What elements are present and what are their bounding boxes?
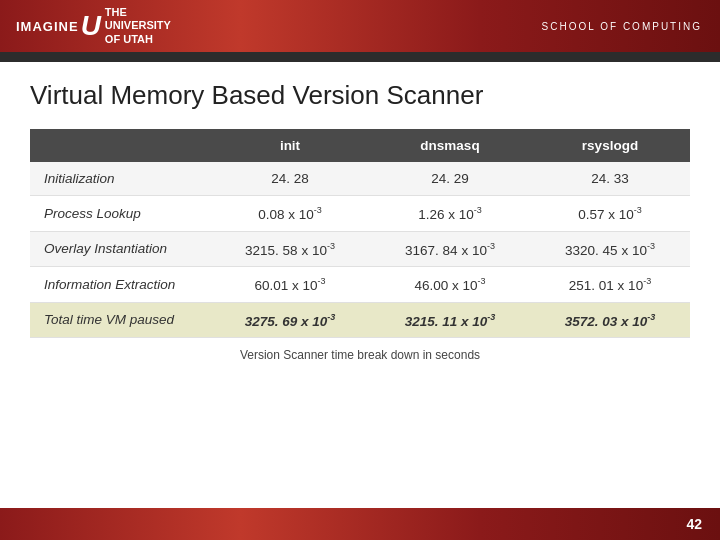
- row-label-total: Total time VM paused: [30, 302, 210, 338]
- table-row: Overlay Instantiation 3215. 58 x 10-3 31…: [30, 231, 690, 267]
- row-cell: 24. 33: [530, 162, 690, 196]
- table-row: Information Extraction 60.01 x 10-3 46.0…: [30, 267, 690, 303]
- row-label: Overlay Instantiation: [30, 231, 210, 267]
- row-cell: 1.26 x 10-3: [370, 196, 530, 232]
- row-label: Information Extraction: [30, 267, 210, 303]
- col-header-empty: [30, 129, 210, 162]
- page-number: 42: [686, 516, 702, 532]
- col-header-init: init: [210, 129, 370, 162]
- logo-area: IMAGINE U THEUNIVERSITYOF UTAH: [16, 6, 171, 46]
- table-row: Initialization 24. 28 24. 29 24. 33: [30, 162, 690, 196]
- bottom-bar: 42: [0, 508, 720, 540]
- table-row: Process Lookup 0.08 x 10-3 1.26 x 10-3 0…: [30, 196, 690, 232]
- logo-imagine: IMAGINE: [16, 19, 79, 34]
- row-cell: 24. 28: [210, 162, 370, 196]
- logo-subtitle: THEUNIVERSITYOF UTAH: [105, 6, 171, 46]
- row-cell: 251. 01 x 10-3: [530, 267, 690, 303]
- row-cell: 3215. 58 x 10-3: [210, 231, 370, 267]
- row-label: Initialization: [30, 162, 210, 196]
- main-content: Virtual Memory Based Version Scanner ini…: [0, 62, 720, 372]
- row-cell-total: 3572. 03 x 10-3: [530, 302, 690, 338]
- row-cell: 0.57 x 10-3: [530, 196, 690, 232]
- table-header-row: init dnsmasq rsyslogd: [30, 129, 690, 162]
- row-cell: 24. 29: [370, 162, 530, 196]
- school-label: SCHOOL OF COMPUTING: [542, 21, 702, 32]
- row-cell: 46.00 x 10-3: [370, 267, 530, 303]
- logo-u: U: [81, 10, 101, 42]
- top-bar: IMAGINE U THEUNIVERSITYOF UTAH SCHOOL OF…: [0, 0, 720, 52]
- row-cell-total: 3275. 69 x 10-3: [210, 302, 370, 338]
- col-header-dnsmasq: dnsmasq: [370, 129, 530, 162]
- row-cell: 0.08 x 10-3: [210, 196, 370, 232]
- row-cell: 3167. 84 x 10-3: [370, 231, 530, 267]
- col-header-rsyslogd: rsyslogd: [530, 129, 690, 162]
- row-label: Process Lookup: [30, 196, 210, 232]
- table-row-total: Total time VM paused 3275. 69 x 10-3 321…: [30, 302, 690, 338]
- page-title: Virtual Memory Based Version Scanner: [30, 80, 690, 111]
- row-cell-total: 3215. 11 x 10-3: [370, 302, 530, 338]
- data-table: init dnsmasq rsyslogd Initialization 24.…: [30, 129, 690, 338]
- row-cell: 60.01 x 10-3: [210, 267, 370, 303]
- row-cell: 3320. 45 x 10-3: [530, 231, 690, 267]
- table-caption: Version Scanner time break down in secon…: [30, 348, 690, 362]
- dark-strip: [0, 52, 720, 62]
